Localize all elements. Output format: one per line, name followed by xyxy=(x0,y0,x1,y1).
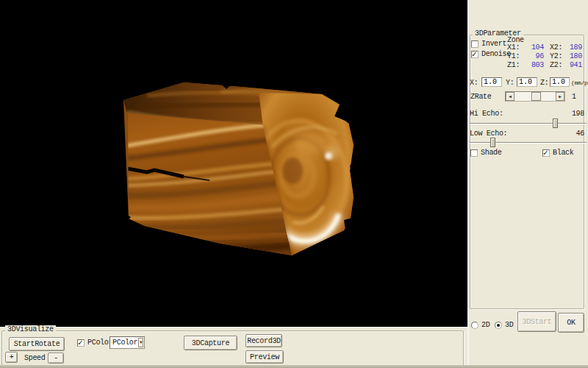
zrate-left-arrow-icon[interactable]: ◀ xyxy=(506,92,514,101)
shade-checkbox[interactable] xyxy=(470,149,478,157)
low-echo-track xyxy=(469,142,587,144)
invert-checkbox-row[interactable]: Invert xyxy=(471,40,506,48)
low-echo-thumb[interactable] xyxy=(490,138,495,147)
pcolor-checkbox[interactable] xyxy=(77,339,85,347)
pcolor-dropdown[interactable]: PColor ▼ xyxy=(110,336,145,349)
start-rotate-button[interactable]: StartRotate xyxy=(9,337,65,351)
pcolor-checkbox-row[interactable]: PColor xyxy=(77,339,112,347)
radio-3d-label: 3D xyxy=(505,321,513,329)
volume-render xyxy=(0,0,467,327)
3dstart-button[interactable]: 3DStart xyxy=(517,311,556,332)
hi-echo-slider[interactable] xyxy=(469,118,587,129)
radio-2d[interactable]: 2D xyxy=(471,321,490,329)
invert-checkbox[interactable] xyxy=(471,40,478,48)
zone-x1-label: X1: xyxy=(507,43,520,52)
speed-plus-button[interactable]: + xyxy=(5,352,18,363)
black-checkbox-row[interactable]: Black xyxy=(542,149,574,157)
app-window: 3DParameter Invert Denoise Zone X1: 104 … xyxy=(0,0,588,368)
zone-z1-value: 803 xyxy=(523,61,544,69)
3d-viewport[interactable] xyxy=(0,0,467,327)
visualize-group-title: 3DVisualize xyxy=(5,325,56,333)
ok-button[interactable]: OK xyxy=(558,313,584,333)
zrate-thumb[interactable] xyxy=(531,92,541,101)
radio-3d[interactable]: 3D xyxy=(495,321,513,329)
denoise-label: Denoise xyxy=(481,50,511,58)
radio-2d-label: 2D xyxy=(481,321,490,329)
record3d-button[interactable]: Record3D xyxy=(245,334,282,347)
zone-y2-label: Y2: xyxy=(550,52,562,60)
shade-checkbox-row[interactable]: Shade xyxy=(470,149,502,157)
scale-y-label: Y: xyxy=(506,79,514,87)
scale-x-input[interactable] xyxy=(481,77,502,87)
zone-y2-value: 180 xyxy=(564,52,582,60)
speed-minus-button[interactable]: - xyxy=(48,353,64,364)
zone-x2-value: 189 xyxy=(564,43,582,52)
invert-label: Invert xyxy=(481,40,506,48)
preview-button[interactable]: Preview xyxy=(245,350,284,364)
parameter-panel: 3DParameter Invert Denoise Zone X1: 104 … xyxy=(467,0,588,368)
zone-y1-value: 96 xyxy=(523,52,544,60)
scale-z-input[interactable] xyxy=(550,77,570,87)
hi-echo-thumb[interactable] xyxy=(553,118,558,128)
visualize-panel: 3DVisualize StartRotate + Speed - PColor… xyxy=(0,327,467,368)
radio-2d-circle[interactable] xyxy=(471,322,478,329)
low-echo-slider[interactable] xyxy=(469,137,587,148)
pcolor-dropdown-value: PColor xyxy=(110,339,137,347)
denoise-checkbox-row[interactable]: Denoise xyxy=(471,50,511,58)
speed-label: Speed xyxy=(24,354,46,362)
black-label: Black xyxy=(553,149,574,157)
zone-y1-label: Y1: xyxy=(507,52,520,60)
hi-echo-label: Hi Echo: xyxy=(470,110,503,118)
dropdown-arrow-icon[interactable]: ▼ xyxy=(138,338,143,347)
scale-unit-label: (mm/p) xyxy=(571,79,588,86)
zone-x1-value: 104 xyxy=(523,43,544,52)
zone-z1-label: Z1: xyxy=(507,61,520,69)
scale-y-input[interactable] xyxy=(517,77,537,87)
window-bottom-edge xyxy=(0,365,588,368)
3dcapture-button[interactable]: 3DCapture xyxy=(184,336,237,350)
zrate-value: 1 xyxy=(572,93,576,101)
denoise-checkbox[interactable] xyxy=(471,51,478,58)
black-checkbox[interactable] xyxy=(542,149,550,157)
zrate-scrollbar[interactable]: ◀ ▶ xyxy=(505,91,565,102)
hi-echo-track xyxy=(469,123,587,124)
scale-z-label: Z: xyxy=(540,79,548,87)
radio-3d-circle[interactable] xyxy=(495,322,502,329)
scale-x-label: X: xyxy=(470,79,478,87)
parameter-groupbox: 3DParameter xyxy=(470,35,584,309)
zone-z2-value: 941 xyxy=(564,61,582,69)
zrate-label: ZRate xyxy=(470,93,492,101)
zone-z2-label: Z2: xyxy=(550,61,562,69)
zrate-right-arrow-icon[interactable]: ▶ xyxy=(556,92,564,101)
zone-x2-label: X2: xyxy=(550,43,562,52)
hi-echo-value: 198 xyxy=(572,110,584,118)
shade-label: Shade xyxy=(481,149,502,157)
